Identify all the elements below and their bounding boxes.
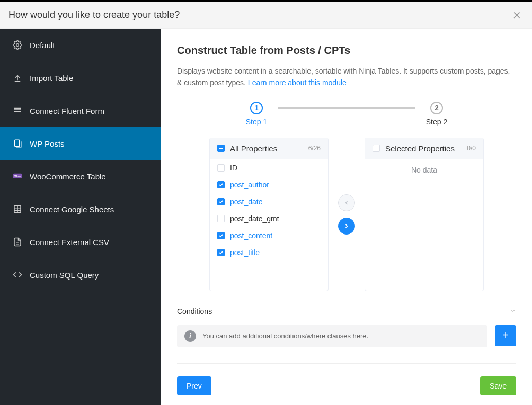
selected-properties-panel: Selected Properties 0/0 No data — [365, 138, 484, 291]
step-connector — [278, 107, 415, 109]
save-button[interactable]: Save — [480, 376, 516, 395]
gear-icon — [13, 40, 22, 50]
panel-count: 6/26 — [308, 145, 321, 152]
info-icon: i — [184, 330, 196, 342]
sidebar-item-label: Custom SQL Query — [30, 271, 99, 280]
sidebar-item-sql[interactable]: Custom SQL Query — [0, 258, 161, 291]
property-transfer: All Properties 6/26 ID post_author — [177, 138, 516, 291]
select-all-checkbox[interactable] — [217, 145, 225, 152]
sidebar-item-fluent-form[interactable]: Connect Fluent Form — [0, 94, 161, 127]
sidebar-item-wp-posts[interactable]: WP Posts — [0, 127, 161, 160]
sidebar-item-google-sheets[interactable]: Connect Google Sheets — [0, 193, 161, 226]
empty-state: No data — [365, 159, 483, 181]
all-properties-panel: All Properties 6/26 ID post_author — [209, 138, 329, 291]
close-icon[interactable]: ✕ — [512, 10, 521, 21]
sidebar-item-label: WP Posts — [30, 139, 65, 148]
svg-rect-1 — [14, 108, 21, 110]
panel-count: 0/0 — [467, 145, 476, 152]
sidebar-item-woocommerce[interactable]: Woo WooCommerce Table — [0, 160, 161, 193]
file-icon — [13, 237, 22, 247]
learn-more-link[interactable]: Learn more about this module — [248, 78, 347, 87]
sidebar-item-default[interactable]: Default — [0, 29, 161, 61]
svg-text:Woo: Woo — [14, 175, 20, 178]
modal-header: How would you like to create your table?… — [0, 2, 532, 29]
property-item[interactable]: post_date_gmt — [210, 210, 328, 227]
checkbox-icon[interactable] — [217, 232, 225, 239]
sidebar-item-label: WooCommerce Table — [30, 172, 106, 181]
add-condition-button[interactable]: + — [495, 325, 516, 346]
svg-point-0 — [16, 44, 19, 47]
conditions-hint-alert: i You can add additional conditions/wher… — [177, 325, 487, 347]
selected-properties-list[interactable]: No data — [365, 159, 483, 291]
property-item[interactable]: post_author — [210, 176, 328, 193]
step-2[interactable]: 2 Step 2 — [415, 102, 458, 126]
sidebar-item-import[interactable]: Import Table — [0, 61, 161, 94]
move-right-button[interactable] — [338, 218, 355, 235]
checkbox-icon[interactable] — [217, 198, 225, 205]
sidebar-item-external-csv[interactable]: Connect External CSV — [0, 226, 161, 258]
checkbox-icon[interactable] — [217, 215, 225, 222]
property-item[interactable]: ID — [210, 159, 328, 176]
posts-icon — [13, 139, 22, 148]
step-1[interactable]: 1 Step 1 — [235, 102, 278, 126]
sidebar-item-label: Import Table — [30, 74, 73, 83]
source-sidebar: Default Import Table Connect Fluent Form… — [0, 29, 161, 405]
sidebar-item-label: Connect Fluent Form — [30, 106, 104, 115]
property-item[interactable]: post_date — [210, 193, 328, 210]
svg-rect-2 — [14, 111, 21, 112]
code-icon — [13, 270, 22, 280]
sidebar-item-label: Default — [30, 41, 55, 50]
main-content: Construct Table from Posts / CPTs Displa… — [161, 29, 532, 405]
panel-title: All Properties — [230, 144, 277, 153]
sidebar-item-label: Connect External CSV — [30, 238, 109, 247]
property-item[interactable]: post_content — [210, 227, 328, 244]
sidebar-item-label: Connect Google Sheets — [30, 205, 114, 214]
upload-icon — [13, 73, 22, 83]
conditions-header[interactable]: Conditions — [177, 307, 516, 316]
checkbox-icon[interactable] — [217, 164, 225, 172]
checkbox-icon[interactable] — [217, 249, 225, 256]
checkbox-icon[interactable] — [217, 181, 225, 188]
form-icon — [13, 106, 22, 115]
step-indicator: 1 Step 1 2 Step 2 — [177, 102, 516, 126]
create-table-modal: How would you like to create your table?… — [0, 2, 532, 405]
modal-title: How would you like to create your table? — [8, 10, 180, 21]
select-all-checkbox[interactable] — [373, 145, 380, 152]
chevron-down-icon — [510, 307, 516, 316]
property-item[interactable]: post_title — [210, 244, 328, 261]
panel-title: Selected Properties — [385, 144, 455, 153]
prev-button[interactable]: Prev — [177, 376, 211, 395]
woo-icon: Woo — [13, 172, 22, 181]
move-left-button[interactable] — [338, 194, 355, 211]
page-title: Construct Table from Posts / CPTs — [177, 44, 516, 57]
all-properties-list[interactable]: ID post_author post_date post_date_ — [210, 159, 328, 291]
spreadsheet-icon — [13, 204, 22, 214]
svg-rect-3 — [15, 140, 20, 146]
page-description: Displays website content in a searchable… — [177, 65, 516, 89]
